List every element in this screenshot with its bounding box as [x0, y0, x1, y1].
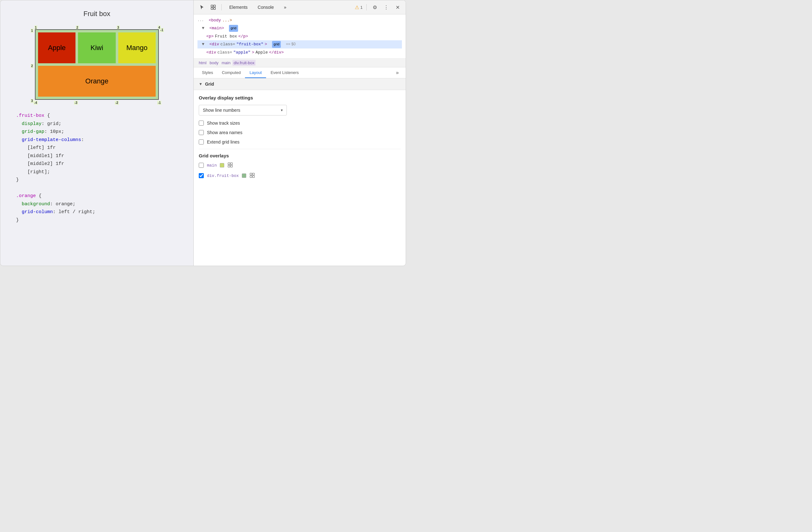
more-vert-icon[interactable]: ⋮	[382, 3, 391, 12]
grid-section-header[interactable]: ▼ Grid	[194, 79, 406, 90]
fruit-box-title: Fruit box	[83, 10, 111, 18]
code-line: display: grid;	[16, 120, 178, 128]
inspect-icon[interactable]	[209, 3, 218, 12]
dom-line-p: <p> Fruit box </p>	[198, 32, 402, 40]
code-line: [left] 1fr	[16, 144, 178, 152]
svg-rect-8	[250, 173, 252, 175]
code-line: }	[16, 176, 178, 184]
overlay-display-settings-title: Overlay display settings	[199, 95, 401, 100]
section-divider	[199, 149, 401, 149]
breadcrumb-body[interactable]: body	[208, 60, 220, 66]
breadcrumb-fruit-box[interactable]: div.fruit-box	[232, 60, 256, 66]
grid-num-left-2: 2	[30, 64, 34, 68]
dropdown-arrow-icon: ▾	[281, 108, 283, 112]
code-line: background: orange;	[16, 200, 178, 208]
cell-apple: Apple	[38, 32, 75, 63]
grid-num-right-neg1: -1	[160, 28, 164, 32]
show-line-numbers-dropdown[interactable]: Show line numbers ▾	[199, 105, 287, 115]
overlay-main-grid-icon[interactable]	[227, 162, 233, 169]
code-line: grid-column: left / right;	[16, 208, 178, 216]
dom-tree: ... <body ...> ▼ <main> grid <p> Fruit b…	[194, 14, 406, 58]
breadcrumb-main[interactable]: main	[220, 60, 232, 66]
code-line: .orange {	[16, 192, 178, 200]
overlay-main-checkbox[interactable]	[199, 163, 204, 168]
toolbar-separator	[221, 4, 222, 10]
toolbar-separator-2	[366, 4, 367, 10]
warning-badge: ⚠ 1	[355, 4, 363, 10]
tab-console[interactable]: Console	[254, 3, 277, 11]
grid-num-left-1: 1	[30, 29, 34, 33]
grid-section-body: Overlay display settings Show line numbe…	[194, 90, 406, 188]
close-icon[interactable]: ✕	[393, 3, 402, 12]
svg-rect-5	[231, 163, 232, 165]
overlay-main-name: main	[207, 163, 217, 168]
show-track-sizes-checkbox[interactable]	[199, 121, 204, 126]
left-panel: Fruit box 1 2 3 4 1 2 3 -4 -3 -2 -1 -1 A…	[0, 0, 194, 266]
overlay-row-fruit-box: div.fruit-box	[199, 172, 401, 179]
overlay-main-color-swatch[interactable]	[220, 163, 224, 167]
tab-event-listeners[interactable]: Event Listeners	[266, 68, 303, 78]
grid-num-bot-neg2: -2	[115, 101, 119, 105]
panel-tabs-more[interactable]: »	[393, 67, 402, 78]
tab-layout[interactable]: Layout	[245, 68, 266, 78]
devtools-toolbar: Elements Console » ⚠ 1 ⚙ ⋮ ✕	[194, 0, 406, 14]
cell-kiwi: Kiwi	[78, 32, 115, 63]
tab-elements[interactable]: Elements	[226, 3, 251, 11]
svg-rect-9	[252, 173, 255, 175]
extend-grid-lines-row: Extend grid lines	[199, 139, 401, 144]
tab-more[interactable]: »	[280, 3, 290, 11]
extend-grid-lines-checkbox[interactable]	[199, 139, 204, 144]
grid-num-bot-neg4: -4	[34, 101, 38, 105]
gear-icon[interactable]: ⚙	[371, 3, 379, 12]
overlay-fruit-box-color-swatch[interactable]	[242, 173, 246, 178]
svg-rect-2	[211, 8, 213, 10]
svg-rect-6	[228, 165, 230, 167]
svg-rect-1	[214, 5, 215, 7]
breadcrumb-html[interactable]: html	[198, 60, 208, 66]
cell-mango: Mango	[118, 32, 156, 63]
code-line: grid-template-columns:	[16, 136, 178, 144]
grid-section-triangle: ▼	[199, 82, 203, 86]
svg-rect-4	[228, 163, 230, 165]
grid-section-label: Grid	[205, 82, 214, 87]
overlay-fruit-box-name: div.fruit-box	[207, 173, 239, 178]
grid-visualization: 1 2 3 4 1 2 3 -4 -3 -2 -1 -1 Apple Kiwi …	[29, 24, 164, 106]
grid-num-bot-neg1: -1	[157, 101, 161, 105]
extend-grid-lines-label: Extend grid lines	[207, 139, 240, 144]
code-line: .fruit-box {	[16, 112, 178, 120]
panel-tabs: Styles Computed Layout Event Listeners »	[194, 67, 406, 79]
cell-orange: Orange	[38, 66, 156, 97]
overlay-row-main: main	[199, 162, 401, 169]
code-line: grid-gap: 10px;	[16, 128, 178, 136]
grid-badge-fruit-box: grid	[272, 41, 281, 48]
dom-line-fruit-box[interactable]: ▼ <div class= "fruit-box" > grid == $0	[198, 40, 402, 48]
show-track-sizes-label: Show track sizes	[207, 121, 240, 126]
show-area-names-label: Show area names	[207, 130, 243, 135]
dom-line-main: ▼ <main> grid	[198, 24, 402, 32]
dom-line-body: ... <body ...>	[198, 16, 402, 24]
dropdown-label: Show line numbers	[203, 108, 240, 113]
tab-styles[interactable]: Styles	[198, 68, 217, 78]
show-area-names-checkbox[interactable]	[199, 130, 204, 135]
grid-num-left-3: 3	[30, 99, 34, 103]
show-area-names-row: Show area names	[199, 130, 401, 135]
tab-computed[interactable]: Computed	[217, 68, 245, 78]
devtools-panel: Elements Console » ⚠ 1 ⚙ ⋮ ✕ ... <body .…	[194, 0, 406, 266]
overlay-fruit-box-checkbox[interactable]	[199, 173, 204, 178]
breadcrumb: html body main div.fruit-box	[194, 58, 406, 67]
code-line: [middle2] 1fr	[16, 160, 178, 168]
fruit-box-grid: Apple Kiwi Mango Orange	[35, 29, 159, 100]
layout-content: ▼ Grid Overlay display settings Show lin…	[194, 79, 406, 266]
code-line: [middle1] 1fr	[16, 152, 178, 160]
warning-icon: ⚠	[355, 4, 359, 10]
show-track-sizes-row: Show track sizes	[199, 121, 401, 126]
svg-rect-0	[211, 5, 213, 7]
dropdown-row: Show line numbers ▾	[199, 105, 401, 115]
code-area: .fruit-box { display: grid; grid-gap: 10…	[6, 112, 187, 224]
svg-rect-10	[250, 176, 252, 178]
code-line: [right];	[16, 168, 178, 176]
overlay-fruit-box-grid-icon[interactable]	[249, 172, 255, 179]
code-line: }	[16, 216, 178, 224]
cursor-icon[interactable]	[198, 3, 206, 12]
grid-overlays-title: Grid overlays	[199, 153, 401, 158]
